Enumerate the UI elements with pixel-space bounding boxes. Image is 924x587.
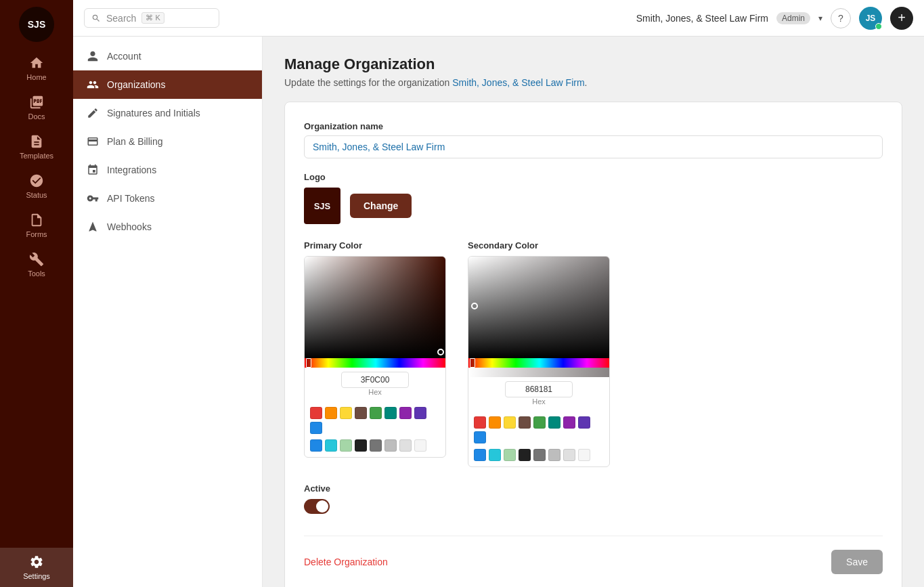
color-swatch[interactable] bbox=[563, 449, 575, 461]
color-swatch[interactable] bbox=[578, 416, 590, 429]
active-section: Active bbox=[304, 483, 883, 514]
sidebar-item-docs[interactable]: Docs bbox=[0, 88, 73, 127]
color-swatch[interactable] bbox=[310, 422, 322, 434]
color-swatch[interactable] bbox=[399, 407, 412, 419]
sidebar-item-tools[interactable]: Tools bbox=[0, 245, 73, 284]
color-swatch[interactable] bbox=[370, 407, 382, 419]
color-swatch[interactable] bbox=[489, 449, 501, 461]
primary-hex-label: Hex bbox=[341, 388, 409, 399]
primary-color-picker[interactable]: Hex bbox=[304, 256, 446, 458]
delete-org-link[interactable]: Delete Organization bbox=[304, 557, 388, 567]
primary-hue-bar[interactable] bbox=[305, 358, 446, 368]
sidebar-item-status[interactable]: Status bbox=[0, 167, 73, 206]
secondary-hex-input[interactable] bbox=[505, 381, 573, 397]
sidebar-item-home-label: Home bbox=[26, 73, 46, 81]
color-swatch[interactable] bbox=[310, 439, 322, 452]
org-link[interactable]: Smith, Jones, & Steel Law Firm bbox=[452, 77, 584, 88]
topbar-right: Smith, Jones, & Steel Law Firm Admin ▾ ?… bbox=[636, 7, 913, 30]
online-indicator bbox=[875, 23, 882, 30]
nav-item-api-label: API Tokens bbox=[107, 193, 155, 204]
active-toggle[interactable] bbox=[304, 499, 330, 514]
sidebar-item-forms[interactable]: Forms bbox=[0, 206, 73, 245]
color-swatch[interactable] bbox=[519, 416, 531, 429]
add-button[interactable]: + bbox=[890, 7, 913, 30]
color-swatch[interactable] bbox=[474, 449, 486, 461]
logo-row: SJS Change bbox=[304, 188, 883, 224]
color-swatch[interactable] bbox=[414, 439, 426, 452]
save-button[interactable]: Save bbox=[831, 550, 883, 574]
integrations-icon bbox=[87, 164, 99, 176]
color-swatch[interactable] bbox=[563, 416, 575, 429]
user-avatar[interactable]: JS bbox=[859, 7, 882, 30]
sidebar-item-settings-label: Settings bbox=[23, 572, 50, 580]
nav-item-signatures[interactable]: Signatures and Initials bbox=[73, 99, 262, 127]
color-swatch[interactable] bbox=[325, 407, 337, 419]
search-box[interactable]: Search ⌘ K bbox=[84, 8, 219, 28]
color-swatch[interactable] bbox=[533, 449, 546, 461]
color-swatch[interactable] bbox=[548, 416, 560, 429]
color-swatch[interactable] bbox=[504, 449, 516, 461]
color-swatch[interactable] bbox=[578, 449, 590, 461]
color-swatch[interactable] bbox=[370, 439, 382, 452]
app-logo[interactable]: SJS bbox=[19, 7, 54, 42]
color-swatch[interactable] bbox=[474, 431, 486, 443]
change-logo-button[interactable]: Change bbox=[350, 194, 412, 218]
color-swatch[interactable] bbox=[414, 407, 426, 419]
nav-item-account[interactable]: Account bbox=[73, 42, 262, 70]
primary-swatches bbox=[305, 403, 445, 439]
nav-item-api[interactable]: API Tokens bbox=[73, 184, 262, 213]
nav-item-webhooks-label: Webhooks bbox=[107, 221, 152, 232]
color-swatch[interactable] bbox=[340, 439, 352, 452]
color-swatch[interactable] bbox=[399, 439, 412, 452]
primary-hex-row: Hex bbox=[305, 368, 445, 403]
nav-item-billing-label: Plan & Billing bbox=[107, 136, 163, 147]
color-swatch[interactable] bbox=[474, 416, 486, 429]
secondary-color-picker[interactable]: Hex bbox=[468, 256, 610, 467]
color-swatch[interactable] bbox=[533, 416, 546, 429]
color-swatch[interactable] bbox=[519, 449, 531, 461]
topbar: Search ⌘ K Smith, Jones, & Steel Law Fir… bbox=[73, 0, 924, 37]
primary-gradient-area[interactable] bbox=[305, 257, 446, 358]
color-swatch[interactable] bbox=[384, 439, 397, 452]
nav-item-organizations[interactable]: Organizations bbox=[73, 70, 262, 99]
sidebar-item-status-label: Status bbox=[26, 191, 47, 199]
secondary-color-label: Secondary Color bbox=[468, 240, 610, 251]
sidebar-item-templates[interactable]: Templates bbox=[0, 127, 73, 167]
api-icon bbox=[87, 192, 99, 204]
search-shortcut: ⌘ K bbox=[141, 12, 164, 24]
nav-item-organizations-label: Organizations bbox=[107, 79, 165, 90]
logo-field-label: Logo bbox=[304, 172, 883, 182]
webhooks-icon bbox=[87, 221, 99, 233]
secondary-opacity-bar[interactable] bbox=[468, 368, 610, 377]
secondary-hue-bar[interactable] bbox=[468, 358, 610, 368]
org-name-input[interactable] bbox=[304, 135, 883, 158]
sidebar-item-home[interactable]: Home bbox=[0, 49, 73, 88]
logo-preview: SJS bbox=[304, 188, 340, 224]
color-swatch[interactable] bbox=[384, 407, 397, 419]
color-swatch[interactable] bbox=[355, 407, 367, 419]
color-swatch[interactable] bbox=[489, 416, 501, 429]
secondary-gradient-area[interactable] bbox=[468, 257, 610, 358]
help-button[interactable]: ? bbox=[831, 8, 851, 28]
color-swatch[interactable] bbox=[548, 449, 560, 461]
color-swatch[interactable] bbox=[504, 416, 516, 429]
page-subtitle: Update the settings for the organization… bbox=[284, 77, 902, 88]
dropdown-arrow-icon[interactable]: ▾ bbox=[818, 14, 822, 23]
color-swatch[interactable] bbox=[310, 407, 322, 419]
settings-nav: Account Organizations Signatures and Ini… bbox=[73, 37, 263, 587]
secondary-color-block: Secondary Color bbox=[468, 240, 610, 467]
primary-hex-input[interactable] bbox=[341, 372, 409, 388]
nav-item-integrations[interactable]: Integrations bbox=[73, 156, 262, 184]
color-swatch[interactable] bbox=[355, 439, 367, 452]
nav-item-webhooks[interactable]: Webhooks bbox=[73, 213, 262, 241]
nav-item-billing[interactable]: Plan & Billing bbox=[73, 127, 262, 156]
color-swatch[interactable] bbox=[325, 439, 337, 452]
color-swatch[interactable] bbox=[340, 407, 352, 419]
logo-section: Logo SJS Change bbox=[304, 172, 883, 224]
primary-hue-slider bbox=[306, 358, 311, 368]
secondary-hex-label: Hex bbox=[505, 397, 573, 408]
organizations-icon bbox=[87, 79, 99, 91]
sidebar-item-settings[interactable]: Settings bbox=[0, 548, 73, 587]
primary-color-block: Primary Color Hex bbox=[304, 240, 446, 467]
org-name-field-label: Organization name bbox=[304, 121, 883, 131]
